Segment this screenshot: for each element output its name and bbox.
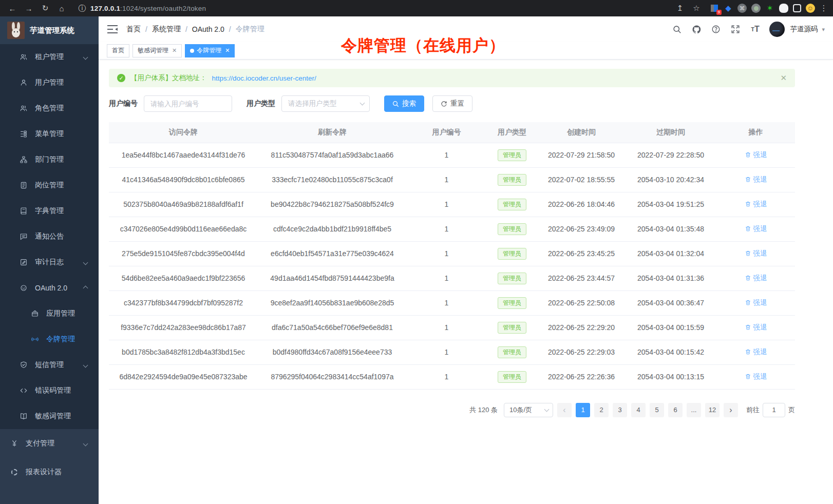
expire-time-cell: 2054-03-04 01:35:48 <box>625 217 716 241</box>
sidebar-toggle-icon[interactable] <box>793 4 801 12</box>
page-button-4[interactable]: 4 <box>631 403 646 417</box>
alert-link[interactable]: https://doc.iocoder.cn/user-center/ <box>212 74 316 82</box>
chevron-down-icon <box>360 101 365 106</box>
sidebar-item-menu[interactable]: 菜单管理 <box>0 121 99 147</box>
browser-forward-icon[interactable]: → <box>22 2 36 14</box>
sidebar-item-errcode[interactable]: 错误码管理 <box>0 378 99 403</box>
extension-puzzle-icon[interactable] <box>779 4 788 13</box>
force-logout-button[interactable]: 强退 <box>745 323 767 332</box>
force-logout-button[interactable]: 强退 <box>745 200 767 209</box>
breadcrumb-item[interactable]: 首页 <box>126 25 141 34</box>
extension-command-icon[interactable]: ⌘ <box>737 4 747 13</box>
user-type-select[interactable]: 请选择用户类型 <box>281 95 370 112</box>
sidebar-item-oauth[interactable]: OAuth 2.0 <box>0 275 99 301</box>
sidebar-item-user[interactable]: 用户管理 <box>0 70 99 95</box>
browser-menu-icon[interactable]: ⋮ <box>820 2 828 14</box>
profile-emoji-icon[interactable]: ☺ <box>806 4 815 13</box>
sidebar-item-audit[interactable]: 审计日志 <box>0 249 99 275</box>
expire-time-cell: 2054-03-04 00:13:15 <box>625 364 716 389</box>
close-icon[interactable]: ✕ <box>172 47 177 54</box>
sidebar-item-sensitive[interactable]: 敏感词管理 <box>0 403 99 429</box>
extension-star-icon[interactable]: ✶ <box>765 4 774 13</box>
sidebar-item-sms[interactable]: 短信管理 <box>0 352 99 378</box>
force-logout-button[interactable]: 强退 <box>745 372 767 381</box>
breadcrumb-item[interactable]: 系统管理 <box>152 25 181 34</box>
close-icon[interactable]: ✕ <box>225 47 230 54</box>
table-header-cell: 过期时间 <box>625 122 716 143</box>
search-button[interactable]: 搜索 <box>384 95 424 112</box>
tab-首页[interactable]: 首页 <box>107 44 129 57</box>
force-logout-button[interactable]: 强退 <box>745 298 767 307</box>
browser-home-icon[interactable]: ⌂ <box>54 2 69 14</box>
share-icon[interactable]: ↥ <box>673 2 687 14</box>
search-icon[interactable] <box>672 24 682 34</box>
menu-tree-icon <box>20 130 28 138</box>
next-page-button[interactable]: › <box>724 403 738 417</box>
page-button-6[interactable]: 6 <box>668 403 683 417</box>
force-logout-button[interactable]: 强退 <box>745 150 767 160</box>
sidebar-item-dept[interactable]: 部门管理 <box>0 147 99 172</box>
page-button-2[interactable]: 2 <box>594 403 609 417</box>
user-type-badge: 管理员 <box>498 223 526 235</box>
refresh-icon <box>441 101 447 107</box>
sidebar-item-tenant[interactable]: 租户管理 <box>0 44 99 70</box>
sidebar-item-role[interactable]: 角色管理 <box>0 95 99 121</box>
force-logout-button[interactable]: 强退 <box>745 224 767 234</box>
chevron-down-icon[interactable]: ▾ <box>822 26 825 33</box>
action-cell: 强退 <box>716 315 795 340</box>
sidebar-item-post[interactable]: 岗位管理 <box>0 172 99 198</box>
filter-user-id-label: 用户编号 <box>109 99 138 108</box>
user-id-input[interactable] <box>144 95 232 112</box>
font-size-icon[interactable]: TT <box>750 24 760 34</box>
app-logo-row[interactable]: 芋道管理系统 <box>0 16 99 44</box>
tab-敏感词管理[interactable]: 敏感词管理✕ <box>132 44 182 57</box>
created-time-cell: 2022-06-25 22:50:08 <box>538 290 625 315</box>
sidebar-item-dict[interactable]: 字典管理 <box>0 198 99 224</box>
hamburger-icon[interactable] <box>107 24 118 34</box>
force-logout-button[interactable]: 强退 <box>745 249 767 258</box>
help-icon[interactable] <box>711 24 721 34</box>
alert-close-icon[interactable]: ✕ <box>780 73 787 83</box>
force-logout-button[interactable]: 强退 <box>745 274 767 283</box>
sidebar-item-report[interactable]: 报表设计器 <box>0 458 99 487</box>
sidebar-item-label: 租户管理 <box>35 52 64 62</box>
goto-page-input[interactable] <box>763 403 785 417</box>
access-token-cell: 1ea5e44f8bc1467aaede43144f31de76 <box>109 143 258 167</box>
prev-page-button[interactable]: ‹ <box>557 403 572 417</box>
extension-grid-icon[interactable]: 9 <box>710 4 719 13</box>
url-bar[interactable]: ⓘ 127.0.0.1:1024/system/oauth2/token <box>71 2 671 14</box>
refresh-token-cell: 811c530487574fa0af1a59d3abc1aa66 <box>258 143 407 167</box>
access-token-cell: c347026e805e4d99b0d116eae66eda8c <box>109 217 258 241</box>
page-button-5[interactable]: 5 <box>650 403 664 417</box>
browser-back-icon[interactable]: ← <box>5 2 20 14</box>
breadcrumb-item[interactable]: OAuth 2.0 <box>192 25 224 33</box>
avatar[interactable] <box>769 22 785 37</box>
sidebar-item-oauth-app[interactable]: 应用管理 <box>0 301 99 326</box>
table-header-cell: 刷新令牌 <box>258 122 407 143</box>
page-size-select[interactable]: 10条/页 <box>504 403 553 417</box>
page-button-12[interactable]: 12 <box>705 403 720 417</box>
page-button-3[interactable]: 3 <box>613 403 627 417</box>
extension-circle-icon[interactable] <box>751 4 761 13</box>
access-token-cell: 41c41346a548490f9dc8b01c6bfe0865 <box>109 167 258 192</box>
sidebar-item-pay[interactable]: 支付管理 <box>0 429 99 458</box>
browser-reload-icon[interactable]: ↻ <box>38 2 52 14</box>
user-type-badge: 管理员 <box>498 346 526 358</box>
page-button-1[interactable]: 1 <box>576 403 590 417</box>
action-cell: 强退 <box>716 364 795 389</box>
breadcrumb-item: 令牌管理 <box>236 25 264 34</box>
extension-gem-icon[interactable]: ◆ <box>724 4 733 13</box>
page-info-icon[interactable]: ⓘ <box>78 2 86 14</box>
fullscreen-icon[interactable] <box>730 24 741 34</box>
more-pages-button[interactable]: ... <box>687 403 701 417</box>
success-icon: ✓ <box>117 74 125 82</box>
sidebar-item-notice[interactable]: 通知公告 <box>0 224 99 249</box>
sidebar-item-oauth-token[interactable]: 令牌管理 <box>0 326 99 352</box>
bookmark-star-icon[interactable]: ☆ <box>689 2 704 14</box>
reset-button[interactable]: 重置 <box>432 95 472 112</box>
force-logout-button[interactable]: 强退 <box>745 347 767 357</box>
force-logout-button[interactable]: 强退 <box>745 175 767 184</box>
github-icon[interactable] <box>691 24 702 34</box>
user-name[interactable]: 芋道源码 <box>790 25 818 34</box>
tab-令牌管理[interactable]: 令牌管理✕ <box>185 44 235 57</box>
